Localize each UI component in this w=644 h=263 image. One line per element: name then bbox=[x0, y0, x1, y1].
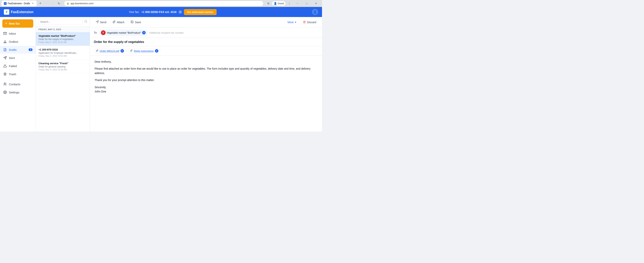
app-logo: # FaxExtension bbox=[4, 9, 34, 15]
sidebar-item-sent[interactable]: Sent bbox=[0, 54, 36, 62]
date-group-label: FRIDAY, MAY 5, 2023 bbox=[36, 27, 90, 32]
svg-line-12 bbox=[86, 22, 87, 23]
sidebar-item-drafts[interactable]: Drafts 3 bbox=[0, 46, 36, 54]
paperclip-icon bbox=[130, 49, 133, 52]
search-input[interactable] bbox=[38, 19, 83, 24]
search-bar bbox=[36, 17, 90, 27]
settings-icon bbox=[3, 90, 7, 94]
drafts-badge: 3 bbox=[28, 48, 32, 51]
sidebar: + New fax Inbox Outbox Drafts 3 bbox=[0, 17, 36, 132]
secure-icon: 🔒 bbox=[66, 2, 69, 5]
minimize-button[interactable]: ─ bbox=[293, 0, 302, 7]
get-dedicated-number-button[interactable]: Get dedicated number bbox=[184, 9, 216, 15]
sidebar-item-outbox[interactable]: Outbox bbox=[0, 38, 36, 46]
tab-close-button[interactable]: ✕ bbox=[31, 2, 34, 5]
attachment-link[interactable]: Reply instructions bbox=[134, 50, 154, 52]
new-fax-label: New fax bbox=[9, 22, 20, 25]
attachment-remove-button[interactable]: ✕ bbox=[120, 49, 124, 52]
browser-menu-button[interactable]: ⋮ bbox=[286, 1, 292, 6]
recipient-placeholder[interactable]: Additional recipient fax number bbox=[149, 31, 184, 34]
contacts-icon bbox=[3, 82, 7, 86]
sidebar-item-inbox[interactable]: Inbox bbox=[0, 30, 36, 37]
svg-point-11 bbox=[85, 20, 87, 22]
maximize-button[interactable]: □ bbox=[302, 0, 311, 7]
browser-actions: ⧉ 👤 Guest ⋮ bbox=[266, 1, 292, 6]
body-paragraph: Please find attached an order form that … bbox=[94, 66, 317, 75]
subject-field: Order for the supply of vegetables bbox=[90, 38, 322, 46]
attachments-row: Order 686123.pdf ✕ Reply instructions ✕ bbox=[90, 46, 322, 56]
sent-icon bbox=[3, 56, 7, 60]
new-fax-button[interactable]: + New fax bbox=[2, 19, 33, 28]
drafts-label: Drafts bbox=[9, 48, 17, 52]
recipient-name: Vegetable market "BioProduct" bbox=[107, 31, 141, 34]
browser-chrome: # FaxExtension - Drafts ✕ + ← → ↻ 🔒 app.… bbox=[0, 0, 322, 7]
attachment-link[interactable]: Order 686123.pdf bbox=[100, 50, 119, 52]
back-button[interactable]: ← bbox=[44, 1, 49, 6]
user-avatar[interactable]: 👤 bbox=[312, 9, 318, 15]
to-field: To: V Vegetable market "BioProduct" ✕ Ad… bbox=[90, 28, 322, 38]
address-bar[interactable]: 🔒 app.faxextension.com/ bbox=[64, 1, 264, 6]
list-item-time: Friday, May 5, 2023 10:54 AM bbox=[38, 55, 87, 57]
body-thanks: Thank you for your prompt attention to t… bbox=[94, 78, 317, 82]
list-item-subtitle: Application for Employer Identificatio..… bbox=[38, 52, 87, 54]
contacts-label: Contacts bbox=[9, 82, 20, 86]
fax-number: +1 808-SEND-FAX ext. 4318 bbox=[141, 10, 176, 14]
recipient-remove-button[interactable]: ✕ bbox=[142, 31, 146, 34]
profile-label: Guest bbox=[278, 2, 284, 5]
send-button[interactable]: Send bbox=[93, 19, 109, 26]
list-item[interactable]: +1 203-870-3318 Application for Employer… bbox=[36, 46, 90, 60]
compose-panel: Send Attach Save More ▼ bbox=[90, 17, 322, 132]
browser-controls: ← → ↻ bbox=[44, 1, 62, 6]
chevron-down-icon: ▼ bbox=[294, 21, 297, 24]
extensions-button[interactable]: ⧉ bbox=[266, 1, 271, 6]
refresh-button[interactable]: ↻ bbox=[56, 1, 62, 6]
attach-button[interactable]: Attach bbox=[110, 19, 127, 26]
compose-toolbar: Send Attach Save More ▼ bbox=[90, 17, 322, 28]
list-item[interactable]: Cleaning service "Fresh" Order for gener… bbox=[36, 60, 90, 73]
body-signature: Sincerely,John Doe bbox=[94, 85, 317, 94]
list-item-title: Cleaning service "Fresh" bbox=[38, 62, 87, 65]
attachment-chip: Reply instructions ✕ bbox=[128, 48, 160, 54]
recipient-chip: V Vegetable market "BioProduct" ✕ bbox=[99, 30, 148, 36]
svg-point-9 bbox=[4, 83, 5, 84]
save-button[interactable]: Save bbox=[128, 19, 144, 26]
discard-button[interactable]: Discard bbox=[300, 19, 319, 26]
list-item-subtitle: Order for the supply of vegetables bbox=[38, 38, 87, 40]
list-item-title: +1 203-870-3318 bbox=[38, 48, 87, 51]
sidebar-item-failed[interactable]: Failed bbox=[0, 62, 36, 70]
avatar-icon: 👤 bbox=[313, 10, 317, 14]
svg-rect-2 bbox=[4, 42, 6, 43]
profile-icon: 👤 bbox=[274, 2, 277, 5]
inbox-label: Inbox bbox=[9, 32, 16, 35]
attachment-chip: Order 686123.pdf ✕ bbox=[94, 48, 126, 54]
list-item[interactable]: Vegetable market "BioProduct" Order for … bbox=[36, 32, 90, 46]
to-label: To: bbox=[94, 31, 98, 34]
close-window-button[interactable]: ✕ bbox=[312, 0, 320, 7]
sidebar-item-settings[interactable]: Settings bbox=[0, 88, 36, 96]
list-item-time: Friday, May 5, 2023 10:56 AM bbox=[38, 41, 87, 43]
trash-icon bbox=[3, 72, 7, 76]
tab-title: FaxExtension - Drafts bbox=[8, 2, 30, 5]
app-header: # FaxExtension Your fax: +1 808-SEND-FAX… bbox=[0, 7, 322, 17]
sidebar-item-contacts[interactable]: Contacts bbox=[0, 80, 36, 88]
new-tab-button[interactable]: + bbox=[38, 1, 43, 6]
list-item-title: Vegetable market "BioProduct" bbox=[38, 34, 87, 37]
browser-tab[interactable]: # FaxExtension - Drafts ✕ bbox=[2, 0, 36, 6]
inbox-icon bbox=[3, 32, 7, 36]
svg-point-10 bbox=[5, 92, 6, 93]
forward-button[interactable]: → bbox=[50, 1, 56, 6]
search-icon bbox=[84, 20, 88, 24]
body-greeting: Dear Anthony, bbox=[94, 60, 317, 64]
sidebar-item-trash[interactable]: Trash bbox=[0, 70, 36, 78]
sent-label: Sent bbox=[9, 56, 15, 60]
trash-label: Trash bbox=[9, 72, 16, 76]
more-button[interactable]: More ▼ bbox=[285, 19, 299, 25]
window-controls: ─ □ ✕ bbox=[293, 0, 320, 7]
info-icon[interactable]: i bbox=[178, 10, 182, 14]
compose-body: Dear Anthony, Please find attached an or… bbox=[90, 56, 322, 132]
outbox-icon bbox=[3, 40, 7, 44]
header-center: Your fax: +1 808-SEND-FAX ext. 4318 i Ge… bbox=[129, 9, 216, 15]
profile-button[interactable]: 👤 Guest bbox=[272, 1, 286, 6]
attachment-remove-button[interactable]: ✕ bbox=[155, 49, 158, 52]
discard-icon bbox=[303, 20, 306, 24]
